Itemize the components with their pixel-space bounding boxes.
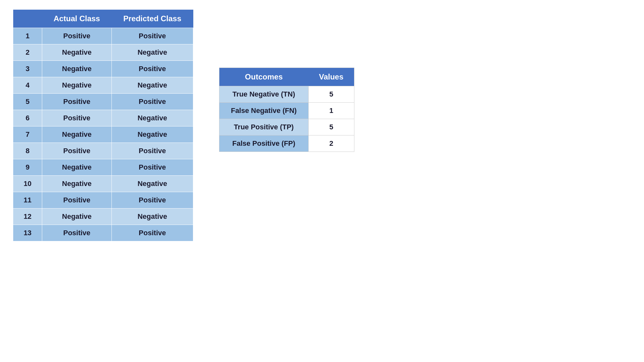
row-number: 6 — [13, 110, 42, 126]
predicted-class-cell: Negative — [111, 209, 193, 225]
table-row: 1PositivePositive — [13, 28, 193, 44]
actual-class-cell: Positive — [42, 110, 111, 126]
outcomes-header-values: Values — [308, 68, 354, 86]
predicted-class-cell: Negative — [111, 126, 193, 143]
table-row: 8PositivePositive — [13, 143, 193, 159]
predicted-class-cell: Negative — [111, 110, 193, 126]
table-row: 12NegativeNegative — [13, 209, 193, 225]
predicted-class-cell: Negative — [111, 176, 193, 192]
outcome-value: 2 — [308, 135, 354, 152]
predicted-class-cell: Positive — [111, 94, 193, 110]
outcomes-row: False Negative (FN)1 — [219, 103, 354, 119]
table-row: 10NegativeNegative — [13, 176, 193, 192]
row-number: 13 — [13, 225, 42, 241]
predicted-class-cell: Positive — [111, 28, 193, 44]
actual-class-cell: Positive — [42, 28, 111, 44]
table-row: 3NegativePositive — [13, 61, 193, 77]
table-row: 11PositivePositive — [13, 192, 193, 209]
outcome-value: 5 — [308, 86, 354, 103]
outcome-label: False Negative (FN) — [219, 103, 309, 119]
row-number: 5 — [13, 94, 42, 110]
row-number: 2 — [13, 44, 42, 61]
table-row: 2NegativeNegative — [13, 44, 193, 61]
predicted-class-cell: Positive — [111, 159, 193, 176]
row-number: 4 — [13, 77, 42, 94]
row-number: 7 — [13, 126, 42, 143]
table-row: 13PositivePositive — [13, 225, 193, 241]
actual-class-cell: Negative — [42, 159, 111, 176]
actual-class-cell: Positive — [42, 143, 111, 159]
outcomes-row: True Negative (TN)5 — [219, 86, 354, 103]
main-table-header-predicted: Predicted Class — [111, 10, 193, 28]
outcomes-table: Outcomes Values True Negative (TN)5False… — [219, 68, 354, 152]
main-table-wrapper: Actual Class Predicted Class 1PositivePo… — [13, 10, 193, 241]
outcomes-row: True Positive (TP)5 — [219, 119, 354, 135]
actual-class-cell: Negative — [42, 61, 111, 77]
actual-class-cell: Negative — [42, 44, 111, 61]
row-number: 11 — [13, 192, 42, 209]
actual-class-cell: Negative — [42, 126, 111, 143]
outcomes-row: False Positive (FP)2 — [219, 135, 354, 152]
table-row: 9NegativePositive — [13, 159, 193, 176]
outcome-label: True Positive (TP) — [219, 119, 309, 135]
row-number: 9 — [13, 159, 42, 176]
table-row: 6PositiveNegative — [13, 110, 193, 126]
predicted-class-cell: Positive — [111, 192, 193, 209]
predicted-class-cell: Positive — [111, 61, 193, 77]
main-table-header-num — [13, 10, 42, 28]
outcome-label: False Positive (FP) — [219, 135, 309, 152]
table-row: 7NegativeNegative — [13, 126, 193, 143]
predicted-class-cell: Negative — [111, 77, 193, 94]
row-number: 10 — [13, 176, 42, 192]
actual-class-cell: Negative — [42, 209, 111, 225]
actual-class-cell: Positive — [42, 225, 111, 241]
outcome-label: True Negative (TN) — [219, 86, 309, 103]
actual-class-cell: Positive — [42, 94, 111, 110]
actual-class-cell: Negative — [42, 77, 111, 94]
main-table-header-actual: Actual Class — [42, 10, 111, 28]
predicted-class-cell: Positive — [111, 225, 193, 241]
main-table: Actual Class Predicted Class 1PositivePo… — [13, 10, 193, 241]
row-number: 8 — [13, 143, 42, 159]
row-number: 3 — [13, 61, 42, 77]
table-row: 5PositivePositive — [13, 94, 193, 110]
actual-class-cell: Negative — [42, 176, 111, 192]
outcome-value: 5 — [308, 119, 354, 135]
right-panel: Outcomes Values True Negative (TN)5False… — [219, 10, 354, 152]
outcome-value: 1 — [308, 103, 354, 119]
actual-class-cell: Positive — [42, 192, 111, 209]
predicted-class-cell: Negative — [111, 44, 193, 61]
row-number: 12 — [13, 209, 42, 225]
predicted-class-cell: Positive — [111, 143, 193, 159]
row-number: 1 — [13, 28, 42, 44]
table-row: 4NegativeNegative — [13, 77, 193, 94]
outcomes-header-outcomes: Outcomes — [219, 68, 309, 86]
